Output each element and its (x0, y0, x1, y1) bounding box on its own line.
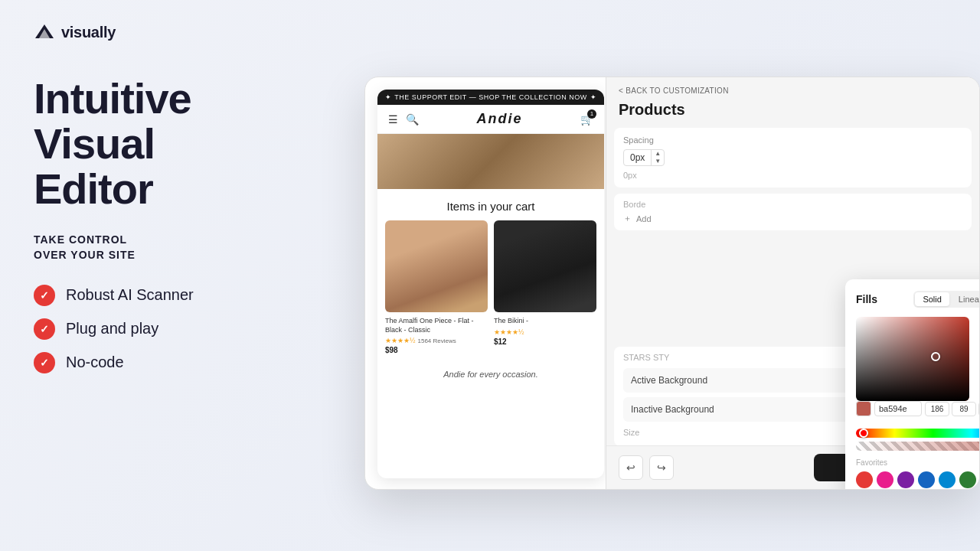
check-icon-nocode (34, 352, 55, 373)
px-label: 0px (623, 171, 637, 180)
spacing-section: Spacing 0px ▲ ▼ 0px (614, 128, 972, 187)
banner-star-right: ✦ (590, 93, 597, 101)
product-rating-2: ★★★★½ (494, 328, 596, 336)
feature-item-nocode: No-code (34, 352, 325, 373)
browser-mockup: ✦ THE SUPPORT EDIT — SHOP THE COLLECTION… (364, 77, 980, 490)
headline: IntuitiveVisualEditor (34, 77, 325, 211)
product-price-1: $98 (385, 346, 488, 354)
mobile-banner: ✦ THE SUPPORT EDIT — SHOP THE COLLECTION… (377, 90, 604, 105)
redo-button[interactable]: ↪ (649, 455, 674, 480)
fills-header: Fills Solid Linear Radial ✕ (856, 290, 980, 308)
swatch-red[interactable] (856, 471, 873, 488)
add-border-label: Add (636, 214, 652, 223)
editor-title: Products (606, 98, 979, 128)
stepper-down[interactable]: ▼ (652, 158, 664, 165)
color-controls (856, 401, 978, 422)
product-grid: The Amalfi One Piece - Flat - Black - Cl… (377, 220, 604, 354)
product-price-2: $12 (494, 337, 596, 346)
stars-2: ★★★★½ (494, 328, 524, 336)
tab-linear[interactable]: Linear (951, 292, 980, 306)
active-bg-label: Active Background (631, 375, 707, 386)
stepper-up[interactable]: ▲ (652, 150, 664, 158)
stars-style-label: STARS STY (623, 353, 669, 362)
mobile-nav: ☰ 🔍 Andie 🛒 1 (377, 105, 604, 134)
feature-text-ai: Robust AI Scanner (66, 286, 194, 304)
banner-star-left: ✦ (385, 93, 392, 101)
product-card-1: The Amalfi One Piece - Flat - Black - Cl… (385, 220, 488, 354)
product-image-2 (494, 220, 596, 312)
reviews-count-1: 1564 Reviews (418, 337, 456, 344)
product-name-2: The Bikini - (494, 317, 596, 326)
product-name-1: The Amalfi One Piece - Flat - Black - Cl… (385, 317, 488, 334)
logo-icon (34, 23, 55, 41)
menu-icon[interactable]: ☰ (388, 113, 398, 126)
search-icon[interactable]: 🔍 (406, 113, 419, 126)
favorites-label: Favorites (856, 458, 980, 467)
features-list: Robust AI Scanner Plug and play No-code (34, 285, 325, 373)
brand-name: Andie (476, 111, 522, 127)
feature-text-nocode: No-code (66, 354, 124, 371)
stepper-arrows[interactable]: ▲ ▼ (651, 150, 664, 165)
cart-title: Items in your cart (377, 189, 604, 220)
plus-icon: ＋ (623, 213, 632, 224)
cp-cursor (931, 352, 940, 361)
tab-solid[interactable]: Solid (915, 292, 949, 306)
mobile-hero-image (377, 134, 604, 189)
hero-img-placeholder (377, 134, 604, 189)
subheadline: TAKE CONTROLOVER YOUR SITE (34, 233, 325, 262)
swatch-blue[interactable] (939, 471, 956, 488)
spacing-stepper[interactable]: 0px ▲ ▼ (623, 149, 665, 166)
border-label: Borde (623, 200, 962, 209)
swatch-purple[interactable] (897, 471, 914, 488)
add-border-row: ＋ Add (623, 213, 962, 224)
mobile-footer: Andie for every occasion. (377, 354, 604, 386)
swatch-green[interactable] (959, 471, 976, 488)
spacing-input-row: 0px ▲ ▼ (623, 149, 962, 166)
logo-text: visually (61, 24, 116, 41)
feature-item-plug: Plug and play (34, 318, 325, 340)
product-rating-1: ★★★★½ 1564 Reviews (385, 337, 488, 344)
cp-dark-overlay (856, 317, 969, 401)
r-input[interactable] (925, 402, 949, 416)
hex-row (856, 401, 978, 416)
cart-badge: 1 (587, 109, 596, 119)
rgba-inputs (925, 402, 980, 416)
product-image-1 (385, 220, 488, 312)
nav-left: ☰ 🔍 (388, 113, 419, 126)
fills-title: Fills (856, 293, 877, 305)
check-icon-plug (34, 318, 55, 340)
hue-slider[interactable] (856, 429, 980, 438)
feature-item-ai: Robust AI Scanner (34, 285, 325, 306)
color-picker-container (856, 317, 980, 422)
cart-icon-wrap[interactable]: 🛒 1 (580, 112, 593, 126)
fills-popup: Fills Solid Linear Radial ✕ (845, 279, 980, 490)
undo-button[interactable]: ↩ (619, 455, 643, 480)
spacing-px-row: 0px (623, 171, 962, 180)
active-color-swatch[interactable] (856, 401, 871, 416)
inactive-bg-label: Inactive Background (631, 404, 714, 415)
editor-back-link[interactable]: < BACK TO CUSTOMIZATION (606, 77, 979, 98)
left-content: IntuitiveVisualEditor TAKE CONTROLOVER Y… (34, 77, 325, 373)
banner-text: THE SUPPORT EDIT — SHOP THE COLLECTION N… (394, 93, 587, 101)
color-picker-area[interactable] (856, 317, 969, 401)
check-icon-ai (34, 285, 55, 306)
fills-tabs: Solid Linear Radial (913, 291, 980, 308)
alpha-overlay (856, 442, 980, 451)
mobile-preview: ✦ THE SUPPORT EDIT — SHOP THE COLLECTION… (377, 90, 604, 478)
editor-panel: < BACK TO CUSTOMIZATION Products Spacing… (606, 77, 979, 489)
feature-text-plug: Plug and play (66, 320, 158, 337)
stars-1: ★★★★½ (385, 337, 416, 344)
g-input[interactable] (952, 402, 976, 416)
toolbar-icons: ↩ ↪ (619, 455, 674, 480)
border-section: Borde ＋ Add (614, 194, 972, 230)
hue-thumb (859, 429, 868, 438)
hex-input[interactable] (874, 401, 922, 416)
spacing-label: Spacing (623, 135, 962, 145)
favorites-swatches (856, 471, 980, 488)
logo: visually (34, 23, 116, 41)
alpha-slider[interactable] (856, 442, 980, 451)
spacing-value: 0px (624, 151, 651, 165)
swatch-dark-blue[interactable] (918, 471, 935, 488)
product-card-2: The Bikini - ★★★★½ $12 (494, 220, 596, 354)
swatch-pink[interactable] (877, 471, 893, 488)
